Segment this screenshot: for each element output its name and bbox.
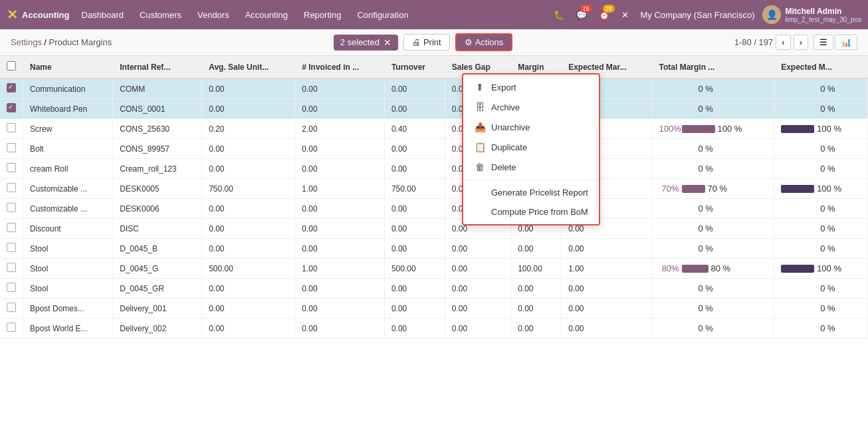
row-turnover: 0.40	[384, 119, 445, 139]
expected-m-pct: 0 %	[820, 204, 835, 214]
list-view-button[interactable]: ☰	[814, 35, 833, 50]
duplicate-icon: 📋	[474, 142, 486, 152]
actions-label: Actions	[475, 37, 504, 47]
row-checkbox[interactable]	[7, 83, 16, 92]
dropdown-duplicate[interactable]: 📋 Duplicate	[463, 137, 599, 157]
row-checkbox-cell[interactable]	[0, 239, 23, 259]
row-checkbox-cell[interactable]	[0, 219, 23, 239]
total-margin-pct: 0 %	[699, 84, 713, 94]
nav-accounting[interactable]: Accounting	[239, 7, 294, 23]
row-checkbox[interactable]	[7, 283, 16, 292]
expected-m-pct: 0 %	[820, 144, 835, 154]
row-avg-sale: 0.20	[202, 119, 295, 139]
dropdown-export[interactable]: ⬆ Export	[463, 77, 599, 97]
row-expected-m: 0 %	[774, 139, 868, 159]
row-checkbox-cell[interactable]	[0, 159, 23, 179]
print-button[interactable]: 🖨 Print	[403, 34, 450, 51]
row-invoiced: 0.00	[295, 139, 385, 159]
clock-icon-btn[interactable]: ⏰ 28	[595, 6, 613, 23]
row-checkbox-cell[interactable]	[0, 279, 23, 299]
selected-count: 2 selected	[340, 37, 380, 47]
row-margin: 0.00	[511, 319, 562, 339]
row-checkbox[interactable]	[7, 303, 16, 312]
table-row: StoolD_0045_G500.001.00500.000.00100.001…	[0, 259, 868, 279]
row-turnover: 0.00	[384, 279, 445, 299]
table-row: cream RollCream_roll_1230.000.000.000.00…	[0, 159, 868, 179]
row-checkbox-cell[interactable]	[0, 259, 23, 279]
row-checkbox-cell[interactable]	[0, 78, 23, 99]
row-checkbox-cell[interactable]	[0, 99, 23, 119]
close-icon-btn[interactable]: ✕	[617, 6, 633, 23]
nav-reporting[interactable]: Reporting	[297, 7, 348, 23]
row-checkbox[interactable]	[7, 243, 16, 252]
row-checkbox[interactable]	[7, 203, 16, 212]
nav-vendors[interactable]: Vendors	[191, 7, 236, 23]
breadcrumb: Settings / Product Margins	[11, 37, 112, 47]
expected-m-pct: 0 %	[820, 164, 835, 174]
row-checkbox-cell[interactable]	[0, 179, 23, 199]
table-row: StoolD_0045_B0.000.000.000.000.000.00 0 …	[0, 239, 868, 259]
selected-close-icon[interactable]: ✕	[383, 37, 391, 48]
row-total-margin: 0 %	[652, 78, 774, 99]
table-row: Customizable ...DESK00060.000.000.000.00…	[0, 199, 868, 219]
row-checkbox-cell[interactable]	[0, 319, 23, 339]
table-row: DiscountDISC0.000.000.000.000.000.00 0 %…	[0, 219, 868, 239]
row-ref: Delivery_002	[113, 319, 202, 339]
breadcrumb-link[interactable]: Settings	[11, 37, 42, 47]
next-page-button[interactable]: ›	[794, 35, 808, 50]
dropdown-delete[interactable]: 🗑 Delete	[463, 157, 599, 177]
prev-page-button[interactable]: ‹	[776, 35, 790, 50]
row-name: Discount	[23, 219, 113, 239]
nav-configuration[interactable]: Configuration	[350, 7, 415, 23]
row-checkbox[interactable]	[7, 163, 16, 172]
row-ref: DISC	[113, 219, 202, 239]
row-checkbox-cell[interactable]	[0, 199, 23, 219]
dropdown-divider	[463, 180, 599, 180]
chart-view-button[interactable]: 📊	[835, 35, 857, 50]
row-checkbox-cell[interactable]	[0, 119, 23, 139]
dropdown-pricelist[interactable]: Generate Pricelist Report	[463, 183, 599, 202]
row-expected-m: 0 %	[774, 78, 868, 99]
row-checkbox[interactable]	[7, 143, 16, 152]
expected-m-pct: 0 %	[820, 323, 835, 333]
row-turnover: 0.00	[384, 239, 445, 259]
row-expected-mar: 0.00	[562, 319, 652, 339]
brand-logo[interactable]: ✕ Accounting	[7, 7, 70, 23]
row-checkbox[interactable]	[7, 183, 16, 192]
dropdown-archive[interactable]: 🗄 Archive	[463, 97, 599, 117]
product-margins-table: Name Internal Ref... Avg. Sale Unit... #…	[0, 56, 868, 339]
row-expected-mar: 1.00	[562, 259, 652, 279]
row-checkbox[interactable]	[7, 123, 16, 132]
row-checkbox[interactable]	[7, 263, 16, 272]
row-total-margin: 80% 80 %	[652, 259, 774, 279]
row-sales-gap: 0.00	[445, 279, 510, 299]
row-margin: 0.00	[511, 239, 562, 259]
row-checkbox[interactable]	[7, 223, 16, 232]
actions-button[interactable]: ⚙ Actions	[455, 33, 513, 51]
row-checkbox[interactable]	[7, 103, 16, 112]
row-ref: Delivery_001	[113, 299, 202, 319]
row-checkbox-cell[interactable]	[0, 139, 23, 159]
header-checkbox[interactable]	[0, 56, 23, 78]
nav-dashboard[interactable]: Dashboard	[75, 7, 131, 23]
clock-badge: 28	[603, 5, 615, 13]
bug-icon-btn[interactable]: 🐛	[550, 6, 568, 23]
row-checkbox-cell[interactable]	[0, 299, 23, 319]
user-info: Mitchell Admin kmp_2_test_may_30_pos	[785, 7, 861, 23]
select-all-checkbox[interactable]	[7, 61, 16, 71]
company-section[interactable]: My Company (San Francisco)	[635, 10, 760, 20]
user-section[interactable]: 👤 Mitchell Admin kmp_2_test_may_30_pos	[762, 5, 861, 24]
row-ref: D_0045_B	[113, 239, 202, 259]
dropdown-compute-price[interactable]: Compute Price from BoM	[463, 202, 599, 221]
row-invoiced: 1.00	[295, 179, 385, 199]
row-invoiced: 0.00	[295, 99, 385, 119]
chat-icon-btn[interactable]: 💬 15	[572, 6, 591, 23]
dropdown-unarchive[interactable]: 📤 Unarchive	[463, 117, 599, 137]
table-row: Customizable ...DESK0005750.001.00750.00…	[0, 179, 868, 199]
selected-badge[interactable]: 2 selected ✕	[334, 35, 398, 51]
row-checkbox[interactable]	[7, 323, 16, 332]
row-ref: DESK0006	[113, 199, 202, 219]
nav-customers[interactable]: Customers	[133, 7, 188, 23]
chat-badge: 15	[580, 5, 592, 13]
expected-m-pct: 0 %	[820, 243, 835, 253]
